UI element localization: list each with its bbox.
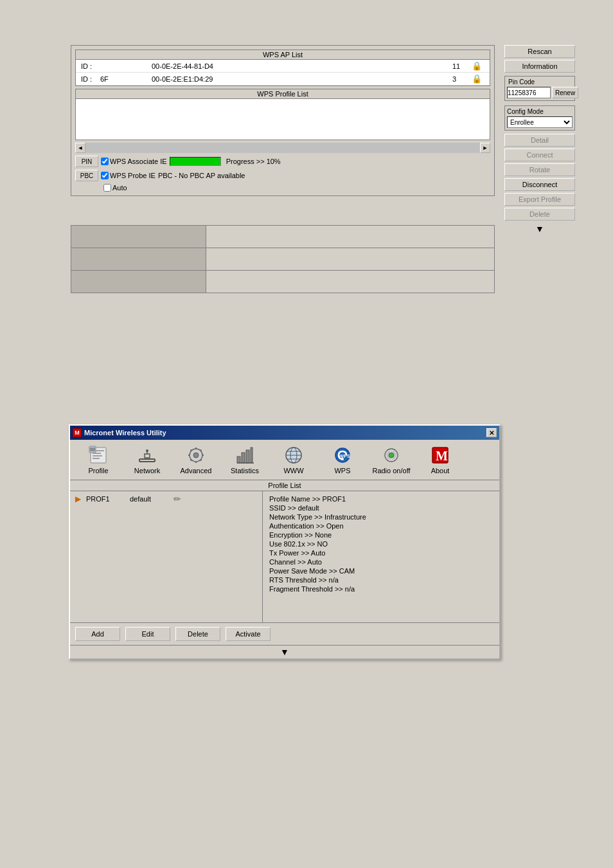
profile-detail-col: Profile Name >> PROF1 SSID >> default Ne… bbox=[263, 491, 499, 622]
wps-ap-row-2: ID : 6F 00-0E-2E:E1:D4:29 3 🔒 bbox=[76, 73, 490, 86]
toolbar-label-radio: Radio on/off bbox=[372, 467, 410, 475]
toolbar-item-network[interactable]: Network bbox=[124, 444, 170, 476]
ap-lock-icon-1: 🔒 bbox=[472, 61, 484, 71]
wps-probe-ie-checkbox[interactable] bbox=[101, 172, 109, 179]
detail-fragment-threshold: Fragment Threshold >> n/a bbox=[269, 585, 493, 593]
pin-code-group: Pin Code 11258376 Renew bbox=[504, 76, 575, 101]
delete-profile-button[interactable]: Delete bbox=[175, 627, 220, 641]
ap-name-2: 6F bbox=[100, 75, 152, 83]
wps-panel: WPS AP List ID : 00-0E-2E-44-81-D4 11 🔒 … bbox=[71, 45, 495, 196]
profile-section: Profile List ▶ PROF1 default ✏ Profile N… bbox=[70, 480, 499, 622]
wps-ap-list: WPS AP List ID : 00-0E-2E-44-81-D4 11 🔒 … bbox=[75, 50, 490, 86]
detail-profile-name: Profile Name >> PROF1 bbox=[269, 495, 493, 503]
toolbar-label-advanced: Advanced bbox=[181, 467, 212, 475]
pin-button[interactable]: PIN bbox=[75, 156, 98, 167]
toolbar-label-statistics: Statistics bbox=[231, 467, 259, 475]
scroll-indicator[interactable]: ▼ bbox=[70, 645, 499, 658]
detail-encryption: Encryption >> None bbox=[269, 531, 493, 539]
wps-progress-text: Progress >> 10% bbox=[226, 158, 281, 165]
toolbar-item-about[interactable]: M About bbox=[417, 444, 463, 476]
svg-line-25 bbox=[191, 460, 192, 461]
profile-bottom-buttons: Add Edit Delete Activate bbox=[70, 622, 499, 645]
edit-button[interactable]: Edit bbox=[125, 627, 170, 641]
auto-checkbox[interactable] bbox=[103, 184, 111, 192]
pin-code-input[interactable]: 11258376 bbox=[507, 87, 551, 98]
detail-network-type: Network Type >> Infrastructure bbox=[269, 513, 493, 521]
wps-profile-list: WPS Profile List bbox=[75, 89, 490, 140]
ap-id-label-1: ID : bbox=[81, 62, 100, 70]
disconnect-button[interactable]: Disconnect bbox=[504, 178, 575, 191]
wps-associate-ie-checkbox[interactable] bbox=[101, 158, 109, 165]
rescan-button[interactable]: Rescan bbox=[504, 45, 575, 58]
renew-button[interactable]: Renew bbox=[552, 87, 578, 98]
config-mode-group: Config Mode Enrollee Registrar bbox=[504, 105, 575, 131]
toolbar-item-profile[interactable]: Profile bbox=[75, 444, 121, 476]
detail-use-802: Use 802.1x >> NO bbox=[269, 540, 493, 548]
table-row-1 bbox=[71, 226, 495, 248]
detail-tx-power: Tx Power >> Auto bbox=[269, 549, 493, 557]
pin-code-label: Pin Code bbox=[507, 78, 573, 86]
wps-ap-row-1: ID : 00-0E-2E-44-81-D4 11 🔒 bbox=[76, 60, 490, 73]
wps-ap-list-title: WPS AP List bbox=[76, 50, 490, 60]
toolbar-item-wps[interactable]: WPS WPS bbox=[319, 444, 366, 476]
wps-right-buttons: Rescan Information Pin Code 11258376 Ren… bbox=[504, 45, 575, 234]
wps-pbc-status: PBC - No PBC AP available bbox=[158, 172, 245, 179]
detail-button[interactable]: Detail bbox=[504, 134, 575, 147]
toolbar-label-www: WWW bbox=[283, 467, 303, 475]
wps-profile-list-title: WPS Profile List bbox=[76, 89, 490, 99]
pin-code-row: 11258376 Renew bbox=[507, 87, 573, 98]
detail-power-save: Power Save Mode >> CAM bbox=[269, 567, 493, 575]
toolbar-item-statistics[interactable]: Statistics bbox=[222, 444, 268, 476]
table-cell-3-2 bbox=[206, 271, 495, 293]
ap-mac-1: 00-0E-2E-44-81-D4 bbox=[152, 62, 452, 70]
table-cell-1-2 bbox=[206, 226, 495, 248]
detail-authentication: Authentication >> Open bbox=[269, 522, 493, 530]
config-mode-label: Config Mode bbox=[507, 108, 573, 115]
table-cell-3-1 bbox=[71, 271, 206, 293]
detail-ssid: SSID >> default bbox=[269, 504, 493, 512]
svg-line-24 bbox=[200, 450, 202, 451]
advanced-icon bbox=[186, 445, 206, 466]
wps-scrollbar-row: ◄ ► bbox=[75, 143, 490, 153]
svg-rect-13 bbox=[145, 454, 150, 458]
svg-line-22 bbox=[191, 450, 192, 451]
scroll-down-arrow[interactable]: ▼ bbox=[504, 224, 575, 234]
middle-table bbox=[71, 225, 495, 293]
profile-list-title: Profile List bbox=[70, 480, 499, 491]
micronet-window: M Micronet Wireless Utility ✕ bbox=[69, 424, 501, 660]
svg-rect-28 bbox=[246, 450, 249, 463]
auto-checkbox-label: Auto bbox=[103, 184, 127, 192]
auto-row: Auto bbox=[75, 184, 281, 192]
activate-button[interactable]: Activate bbox=[226, 627, 271, 641]
toolbar-item-www[interactable]: WWW bbox=[271, 444, 317, 476]
profile-content: ▶ PROF1 default ✏ Profile Name >> PROF1 … bbox=[70, 491, 499, 622]
connect-button[interactable]: Connect bbox=[504, 149, 575, 161]
titlebar: M Micronet Wireless Utility ✕ bbox=[70, 426, 499, 440]
wps-associate-ie-label: WPS Associate IE bbox=[101, 158, 167, 165]
toolbar-label-profile: Profile bbox=[88, 467, 108, 475]
wps-progress: Progress >> 10% bbox=[170, 157, 281, 166]
close-button[interactable]: ✕ bbox=[486, 428, 497, 437]
ap-id-label-2: ID : bbox=[81, 75, 100, 83]
rotate-button[interactable]: Rotate bbox=[504, 163, 575, 176]
delete-button[interactable]: Delete bbox=[504, 208, 575, 221]
add-button[interactable]: Add bbox=[75, 627, 120, 641]
ap-ch-2: 3 bbox=[452, 75, 472, 83]
scroll-right-btn[interactable]: ► bbox=[480, 143, 490, 153]
scroll-left-btn[interactable]: ◄ bbox=[75, 143, 85, 153]
wps-probe-ie-label: WPS Probe IE bbox=[101, 172, 155, 179]
profile-row-1[interactable]: ▶ PROF1 default ✏ bbox=[70, 491, 262, 507]
export-profile-button[interactable]: Export Profile bbox=[504, 193, 575, 206]
detail-rts-threshold: RTS Threshold >> n/a bbox=[269, 576, 493, 584]
toolbar-item-advanced[interactable]: Advanced bbox=[173, 444, 219, 476]
scroll-track[interactable] bbox=[85, 143, 480, 153]
svg-rect-26 bbox=[237, 457, 240, 463]
svg-point-40 bbox=[389, 453, 394, 458]
about-icon: M bbox=[430, 445, 450, 466]
svg-text:M: M bbox=[436, 449, 448, 463]
radio-icon bbox=[381, 445, 402, 466]
toolbar-item-radio[interactable]: Radio on/off bbox=[368, 444, 414, 476]
config-mode-select[interactable]: Enrollee Registrar bbox=[507, 116, 573, 128]
pbc-button[interactable]: PBC bbox=[75, 170, 98, 181]
information-button[interactable]: Information bbox=[504, 60, 575, 73]
